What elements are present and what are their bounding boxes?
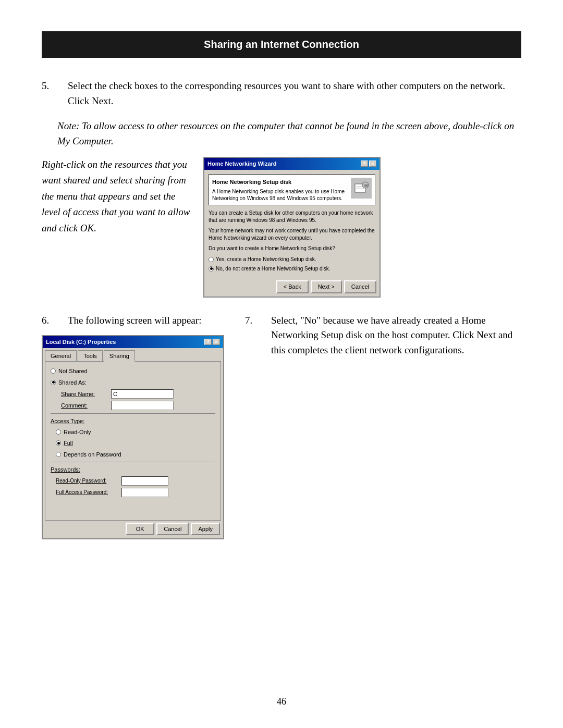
wizard-titlebar: Home Networking Wizard ? ×	[204, 158, 380, 170]
radio-no-label: No, do not create a Home Networking Setu…	[216, 265, 331, 273]
props-help-button[interactable]: ?	[204, 339, 212, 345]
access-type-options: Read-Only Full Depends on Password	[51, 428, 215, 459]
share-name-input[interactable]: C	[111, 389, 174, 399]
props-tabs: General Tools Sharing	[43, 348, 223, 362]
step-5-text: Select the check boxes to the correspond…	[68, 79, 521, 108]
step-5: 5. Select the check boxes to the corresp…	[42, 79, 521, 108]
radio-yes[interactable]	[209, 257, 214, 262]
share-name-label: Share Name:	[61, 390, 108, 399]
not-shared-option[interactable]: Not Shared	[51, 367, 215, 376]
local-disk-properties-dialog: Local Disk (C:) Properties ? × General T…	[42, 335, 224, 539]
radio-yes-label: Yes, create a Home Networking Setup disk…	[216, 255, 316, 263]
share-name-value: C	[113, 390, 117, 399]
back-button[interactable]: < Back	[276, 280, 309, 293]
help-button[interactable]: ?	[361, 161, 368, 167]
read-only-pw-input[interactable]	[121, 476, 168, 486]
access-type-label: Access Type:	[51, 417, 215, 426]
wizard-body-2: Your home network may not work correctly…	[209, 227, 375, 242]
depends-option[interactable]: Depends on Password	[56, 450, 215, 459]
spacer	[51, 499, 215, 515]
step-6-text: The following screen will appear:	[68, 313, 229, 328]
wizard-body-1: You can create a Setup disk for other co…	[209, 209, 375, 224]
header-bar: Sharing an Internet Connection	[42, 31, 521, 58]
page-number: 46	[0, 696, 563, 707]
separator-1	[51, 413, 215, 414]
read-only-pw-field: Read-Only Password:	[56, 476, 215, 486]
next-button[interactable]: Next >	[311, 280, 342, 293]
depends-label: Depends on Password	[64, 450, 121, 459]
props-title: Local Disk (C:) Properties	[46, 338, 116, 347]
step-7-text: Select, "No" because we have already cre…	[271, 313, 521, 358]
step-7-item: 7. Select, "No" because we have already …	[245, 313, 521, 358]
step-5-number: 5.	[42, 79, 68, 108]
full-access-pw-label: Full Access Password:	[56, 488, 118, 496]
apply-button[interactable]: Apply	[191, 523, 220, 536]
radio-read-only[interactable]	[56, 429, 61, 435]
share-name-field: Share Name: C	[61, 389, 215, 399]
cancel-button[interactable]: Cancel	[156, 523, 189, 536]
content: 5. Select the check boxes to the corresp…	[42, 79, 521, 539]
props-titlebar-buttons: ? ×	[204, 339, 220, 345]
tab-general[interactable]: General	[45, 350, 77, 362]
ok-button[interactable]: OK	[126, 523, 154, 536]
comment-input[interactable]	[111, 401, 174, 410]
note-paragraph: Note: To allow access to other resources…	[42, 119, 521, 149]
step-7: 7. Select, "No" because we have already …	[245, 313, 521, 368]
props-close-button[interactable]: ×	[213, 339, 220, 345]
comment-label: Comment:	[61, 401, 108, 410]
radio-depends[interactable]	[56, 452, 61, 457]
radio-not-shared[interactable]	[51, 368, 56, 374]
radio-no[interactable]	[209, 266, 214, 272]
bottom-left: 6. The following screen will appear: Loc…	[42, 313, 229, 540]
passwords-label: Passwords:	[51, 465, 215, 474]
props-content: Not Shared Shared As: Share Name: C	[45, 361, 221, 521]
full-option[interactable]: Full	[56, 439, 215, 448]
wizard-icon: ✉	[351, 178, 372, 199]
shared-as-fields: Share Name: C Comment:	[51, 389, 215, 410]
read-only-option[interactable]: Read-Only	[56, 428, 215, 437]
separator-2	[51, 462, 215, 462]
italic-instructions: Right-click on the resources that you wa…	[42, 157, 193, 236]
props-titlebar: Local Disk (C:) Properties ? ×	[43, 336, 223, 348]
not-shared-label: Not Shared	[58, 367, 88, 376]
comment-field: Comment:	[61, 401, 215, 410]
wizard-section-body: A Home Networking Setup disk enables you…	[212, 188, 347, 202]
read-only-label: Read-Only	[64, 428, 91, 437]
wizard-section-title: Home Networking Setup disk	[212, 178, 347, 187]
tab-tools[interactable]: Tools	[78, 350, 103, 362]
wizard-content: Home Networking Setup disk A Home Networ…	[204, 170, 380, 279]
close-button[interactable]: ×	[369, 161, 376, 167]
radio-shared-as[interactable]	[51, 380, 56, 385]
wizard-question: Do you want to create a Home Networking …	[209, 245, 375, 252]
wizard-title: Home Networking Wizard	[207, 159, 277, 168]
note-text: Note: To allow access to other resources…	[57, 120, 514, 146]
read-only-pw-label: Read-Only Password:	[56, 477, 118, 485]
password-fields: Read-Only Password: Full Access Password…	[51, 476, 215, 497]
home-networking-wizard-dialog: Home Networking Wizard ? × Home Networki…	[203, 157, 381, 298]
svg-rect-2	[356, 188, 364, 189]
tab-sharing[interactable]: Sharing	[104, 350, 135, 362]
full-access-pw-field: Full Access Password:	[56, 488, 215, 497]
radio-full[interactable]	[56, 440, 61, 446]
radio-no-option[interactable]: No, do not create a Home Networking Setu…	[209, 265, 375, 273]
radio-yes-option[interactable]: Yes, create a Home Networking Setup disk…	[209, 255, 375, 263]
bottom-section: 6. The following screen will appear: Loc…	[42, 313, 521, 540]
header-title: Sharing an Internet Connection	[204, 39, 359, 50]
cancel-button[interactable]: Cancel	[344, 280, 376, 293]
step-6: 6. The following screen will appear:	[42, 313, 229, 328]
two-col-section: Right-click on the resources that you wa…	[42, 157, 521, 298]
wizard-buttons: < Back Next > Cancel	[204, 278, 380, 297]
titlebar-buttons: ? ×	[361, 161, 376, 167]
step-6-number: 6.	[42, 313, 68, 328]
step-7-number: 7.	[245, 313, 271, 358]
shared-as-label: Shared As:	[58, 378, 87, 387]
svg-text:✉: ✉	[364, 183, 368, 188]
full-label: Full	[64, 439, 73, 448]
props-buttons: OK Cancel Apply	[43, 521, 223, 539]
shared-as-option[interactable]: Shared As:	[51, 378, 215, 387]
page: Sharing an Internet Connection 5. Select…	[0, 0, 563, 728]
full-access-pw-input[interactable]	[121, 488, 168, 497]
